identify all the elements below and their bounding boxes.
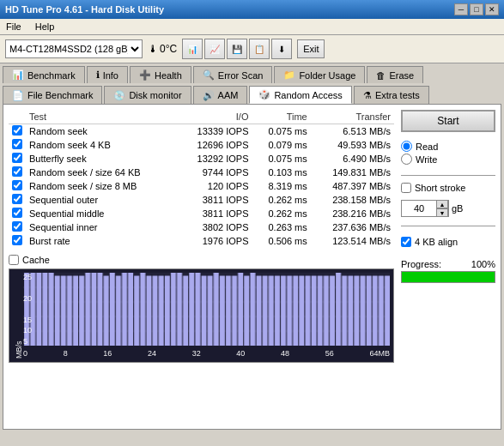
gb-spinbox[interactable]: ▲ ▼ bbox=[401, 200, 449, 217]
x-label-0: 0 bbox=[23, 349, 27, 358]
folder-usage-tab-label: Folder Usage bbox=[299, 70, 355, 81]
erase-tab-label: Erase bbox=[389, 70, 414, 81]
row-checkbox[interactable] bbox=[12, 166, 22, 177]
tab-aam[interactable]: 🔊 AAM bbox=[193, 86, 248, 104]
write-radio-text: Write bbox=[416, 154, 437, 165]
extra-tests-tab-icon: ⚗ bbox=[363, 90, 372, 101]
read-write-radio-group: Read Write bbox=[401, 141, 495, 165]
x-label-56: 56 bbox=[325, 349, 334, 358]
row-checkbox-cell[interactable] bbox=[9, 166, 26, 179]
row-transfer: 6.513 MB/s bbox=[311, 124, 394, 139]
read-radio-label[interactable]: Read bbox=[401, 141, 495, 152]
tabs-row1: 📊 Benchmark ℹ Info ➕ Health 🔍 Error Scan… bbox=[0, 63, 504, 83]
short-stroke-text: Short stroke bbox=[415, 183, 465, 193]
tab-error-scan[interactable]: 🔍 Error Scan bbox=[193, 66, 273, 83]
close-button[interactable]: ✕ bbox=[485, 3, 499, 15]
row-checkbox-cell[interactable] bbox=[9, 179, 26, 193]
row-checkbox[interactable] bbox=[12, 139, 22, 149]
table-row: Butterfly seek 13292 IOPS 0.075 ms 6.490… bbox=[9, 152, 394, 166]
benchmark-tab-icon: 📊 bbox=[12, 69, 24, 81]
read-radio[interactable] bbox=[401, 141, 412, 152]
icon-btn-2[interactable]: 📈 bbox=[204, 39, 225, 59]
icon-btn-4[interactable]: 📋 bbox=[249, 39, 270, 59]
row-io: 3811 IOPS bbox=[177, 207, 252, 220]
short-stroke-checkbox[interactable] bbox=[401, 183, 411, 193]
row-checkbox[interactable] bbox=[12, 208, 22, 218]
spinbox-input[interactable] bbox=[402, 201, 436, 216]
progress-value: 100% bbox=[471, 259, 495, 269]
tab-info[interactable]: ℹ Info bbox=[87, 66, 128, 83]
row-checkbox[interactable] bbox=[12, 235, 22, 245]
x-label-8: 8 bbox=[64, 349, 68, 358]
maximize-button[interactable]: □ bbox=[470, 3, 483, 15]
results-table: Test I/O Time Transfer Random seek 13339… bbox=[9, 110, 394, 248]
error-scan-tab-label: Error Scan bbox=[218, 70, 264, 81]
drive-select[interactable]: M4-CT128M4SSD2 (128 gB) bbox=[5, 39, 143, 58]
menu-help[interactable]: Help bbox=[33, 21, 58, 33]
aam-tab-icon: 🔊 bbox=[203, 90, 215, 101]
chart-y-6: 5 bbox=[23, 337, 27, 346]
icon-btn-3[interactable]: 💾 bbox=[227, 39, 247, 59]
write-radio-label[interactable]: Write bbox=[401, 154, 495, 165]
menu-bar: File Help bbox=[0, 19, 504, 35]
tab-benchmark[interactable]: 📊 Benchmark bbox=[3, 66, 85, 83]
row-checkbox[interactable] bbox=[12, 153, 22, 163]
menu-file[interactable]: File bbox=[3, 21, 24, 33]
tab-disk-monitor[interactable]: 💿 Disk monitor bbox=[104, 86, 191, 104]
row-time: 0.075 ms bbox=[252, 124, 310, 139]
col-header-check bbox=[9, 110, 26, 124]
tab-file-benchmark[interactable]: 📄 File Benchmark bbox=[3, 86, 102, 104]
cache-row: Cache bbox=[9, 255, 394, 265]
disk-monitor-tab-label: Disk monitor bbox=[129, 90, 181, 100]
tab-health[interactable]: ➕ Health bbox=[130, 66, 191, 83]
row-checkbox-cell[interactable] bbox=[9, 152, 26, 166]
x-label-16: 16 bbox=[103, 349, 112, 358]
x-label-24: 24 bbox=[148, 349, 156, 358]
kb-align-checkbox[interactable] bbox=[401, 237, 411, 247]
cache-label: Cache bbox=[22, 255, 50, 265]
row-checkbox[interactable] bbox=[12, 180, 22, 190]
kb-align-label[interactable]: 4 KB align bbox=[401, 237, 495, 247]
row-checkbox-cell[interactable] bbox=[9, 193, 26, 207]
cache-checkbox[interactable] bbox=[9, 255, 19, 265]
col-header-io: I/O bbox=[177, 110, 252, 124]
row-checkbox-cell[interactable] bbox=[9, 138, 26, 152]
row-checkbox[interactable] bbox=[12, 194, 22, 204]
progress-text: Progress: bbox=[401, 259, 441, 269]
row-test: Butterfly seek bbox=[26, 152, 177, 166]
tab-random-access[interactable]: 🎲 Random Access bbox=[249, 86, 351, 104]
row-checkbox[interactable] bbox=[12, 125, 22, 136]
health-tab-icon: ➕ bbox=[139, 69, 151, 81]
spinbox-down[interactable]: ▼ bbox=[436, 208, 448, 217]
row-checkbox-cell[interactable] bbox=[9, 234, 26, 248]
spinbox-up[interactable]: ▲ bbox=[436, 200, 448, 208]
title-bar: HD Tune Pro 4.61 - Hard Disk Utility ─ □… bbox=[0, 0, 504, 19]
start-button[interactable]: Start bbox=[401, 110, 495, 132]
row-io: 120 IOPS bbox=[177, 179, 252, 193]
tab-folder-usage[interactable]: 📁 Folder Usage bbox=[274, 66, 365, 83]
icon-btn-5[interactable]: ⬇ bbox=[271, 39, 292, 59]
row-transfer: 238.216 MB/s bbox=[311, 207, 394, 220]
short-stroke-label[interactable]: Short stroke bbox=[401, 183, 495, 193]
tab-extra-tests[interactable]: ⚗ Extra tests bbox=[354, 86, 429, 104]
row-checkbox-cell[interactable] bbox=[9, 124, 26, 139]
minimize-button[interactable]: ─ bbox=[454, 3, 468, 15]
row-checkbox-cell[interactable] bbox=[9, 207, 26, 220]
col-header-time: Time bbox=[252, 110, 310, 124]
tab-erase[interactable]: 🗑 Erase bbox=[367, 66, 423, 83]
write-radio[interactable] bbox=[401, 154, 412, 165]
progress-bar bbox=[402, 272, 495, 282]
exit-button[interactable]: Exit bbox=[297, 39, 325, 58]
table-row: Random seek 13339 IOPS 0.075 ms 6.513 MB… bbox=[9, 124, 394, 139]
toolbar-icons: 📊 📈 💾 📋 ⬇ bbox=[182, 39, 292, 59]
row-test: Random seek / size 8 MB bbox=[26, 179, 177, 193]
row-test: Sequential middle bbox=[26, 207, 177, 220]
row-test: Sequential outer bbox=[26, 193, 177, 207]
row-checkbox[interactable] bbox=[12, 221, 22, 232]
file-benchmark-tab-label: File Benchmark bbox=[27, 90, 93, 100]
icon-btn-1[interactable]: 📊 bbox=[182, 39, 203, 59]
random-access-tab-icon: 🎲 bbox=[258, 89, 270, 100]
row-checkbox-cell[interactable] bbox=[9, 220, 26, 234]
col-header-test: Test bbox=[26, 110, 177, 124]
progress-section: Progress: 100% bbox=[401, 259, 495, 283]
